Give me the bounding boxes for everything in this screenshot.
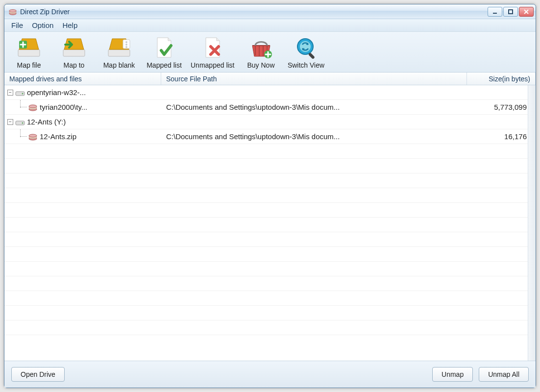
svg-point-23: [22, 122, 24, 123]
file-path: C:\Documents and Settings\uptodown-3\Mis…: [161, 103, 467, 111]
drive-icon: [15, 118, 25, 126]
window-title: Direct Zip Driver: [20, 8, 488, 16]
open-drive-button[interactable]: Open Drive: [11, 367, 65, 382]
tree-drive-row[interactable]: − opentyrian-w32-...: [4, 85, 536, 100]
tree-connector: [14, 129, 28, 144]
column-header: Mapped drives and files Source File Path…: [4, 73, 536, 85]
zip-file-icon: [28, 103, 38, 111]
svg-rect-4: [509, 10, 513, 14]
vertical-scrollbar[interactable]: [528, 85, 536, 361]
column-size[interactable]: Size(in bytes): [467, 73, 536, 85]
document-x-icon: [199, 36, 226, 59]
toolbar-mapped-list[interactable]: Mapped list: [146, 36, 183, 69]
collapse-icon[interactable]: −: [7, 119, 13, 125]
toolbar-label: Unmapped list: [191, 61, 235, 69]
maximize-button[interactable]: [503, 7, 518, 17]
drive-icon: [15, 89, 25, 97]
unmap-all-button[interactable]: Unmap All: [479, 367, 529, 382]
svg-rect-7: [63, 49, 85, 56]
column-name[interactable]: Mapped drives and files: [4, 73, 161, 85]
app-window: Direct Zip Driver File Option Help Map f…: [4, 4, 536, 388]
menu-file[interactable]: File: [11, 21, 23, 29]
toolbar-switch-view[interactable]: Switch View: [288, 36, 325, 69]
svg-point-12: [125, 46, 127, 48]
svg-point-10: [125, 41, 127, 43]
toolbar-label: Map file: [17, 61, 41, 69]
file-path: C:\Documents and Settings\uptodown-3\Mis…: [161, 132, 467, 141]
app-icon: [8, 7, 17, 16]
collapse-icon[interactable]: −: [7, 90, 13, 96]
toolbar-map-to[interactable]: Map to: [55, 36, 93, 69]
toolbar-map-blank[interactable]: Map blank: [100, 36, 138, 69]
document-check-icon: [150, 36, 178, 59]
svg-point-2: [9, 9, 16, 12]
tree-file-row[interactable]: 12-Ants.zip C:\Documents and Settings\up…: [4, 129, 536, 144]
file-label: tyrian2000\ty...: [40, 103, 87, 111]
toolbar-label: Switch View: [288, 61, 324, 69]
menubar: File Option Help: [4, 19, 536, 32]
toolbar-label: Mapped list: [147, 61, 182, 69]
tree-drive-row[interactable]: − 12-Ants (Y:): [4, 115, 536, 129]
toolbar-label: Map to: [64, 61, 85, 69]
svg-point-11: [125, 44, 127, 46]
refresh-magnifier-icon: [293, 36, 320, 59]
toolbar-buy-now[interactable]: Buy Now: [243, 36, 280, 69]
titlebar: Direct Zip Driver: [4, 4, 536, 19]
svg-rect-8: [108, 49, 130, 56]
zip-file-icon: [28, 133, 38, 141]
svg-point-21: [29, 105, 37, 108]
minimize-button[interactable]: [488, 7, 502, 17]
grid: − opentyrian-w32-... tyrian2000\ty...: [4, 85, 536, 361]
drive-arrow-icon: [60, 36, 88, 59]
close-button[interactable]: [519, 7, 534, 17]
drive-label: 12-Ants (Y:): [27, 118, 66, 126]
shopping-basket-icon: [247, 36, 275, 59]
tree-connector: [14, 100, 28, 115]
file-label: 12-Ants.zip: [40, 132, 76, 141]
bottom-bar: Open Drive Unmap Unmap All: [4, 361, 536, 388]
file-size: 5,773,099: [467, 103, 536, 111]
svg-rect-3: [493, 13, 497, 14]
toolbar: Map file Map to Map blank Mapped list Un: [4, 32, 536, 73]
column-path[interactable]: Source File Path: [161, 73, 467, 85]
unmap-button[interactable]: Unmap: [432, 367, 473, 382]
svg-point-26: [29, 134, 37, 137]
svg-rect-5: [18, 49, 40, 56]
toolbar-unmapped-list[interactable]: Unmapped list: [191, 36, 235, 69]
tree-file-row[interactable]: tyrian2000\ty... C:\Documents and Settin…: [4, 100, 536, 115]
menu-help[interactable]: Help: [62, 21, 77, 29]
drive-label: opentyrian-w32-...: [27, 88, 86, 97]
drive-plus-icon: [15, 36, 43, 59]
toolbar-map-file[interactable]: Map file: [10, 36, 48, 69]
file-size: 16,176: [467, 132, 536, 141]
svg-point-18: [22, 93, 24, 94]
drive-blank-icon: [105, 36, 133, 59]
toolbar-label: Buy Now: [247, 61, 274, 69]
menu-option[interactable]: Option: [32, 21, 53, 29]
toolbar-label: Map blank: [103, 61, 135, 69]
